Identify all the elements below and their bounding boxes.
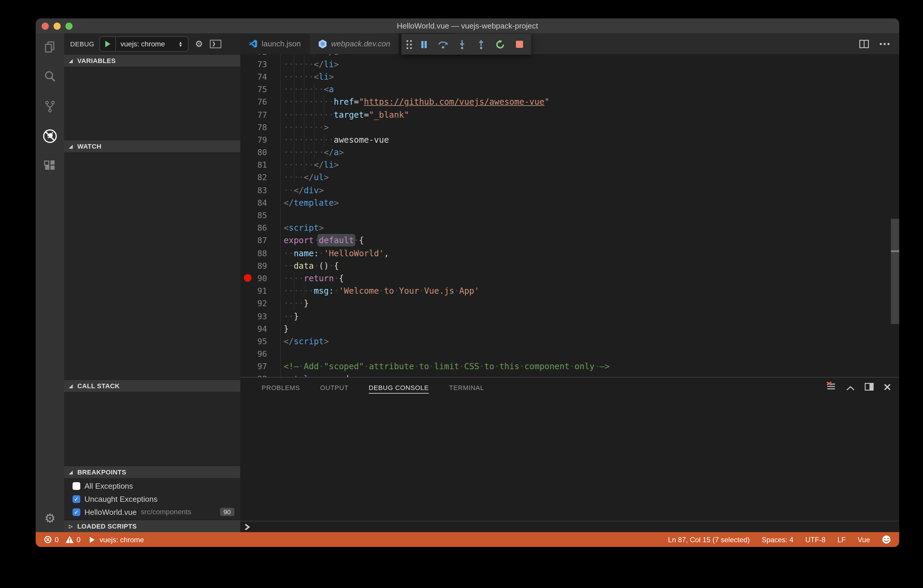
pause-icon[interactable] — [414, 34, 434, 55]
activity-bar-item-debug[interactable] — [36, 123, 64, 152]
start-debug-button[interactable] — [100, 36, 116, 51]
breakpoint-line-badge: 90 — [220, 508, 235, 516]
section-header-watch[interactable]: ◢WATCH — [64, 140, 240, 152]
encoding-status[interactable]: UTF-8 — [805, 535, 826, 544]
gutter[interactable]: 72 — [240, 54, 284, 57]
gutter[interactable]: 89 — [240, 259, 284, 272]
checkbox-checked-icon[interactable]: ✓ — [72, 495, 80, 503]
cursor-position[interactable]: Ln 87, Col 15 (7 selected) — [668, 535, 750, 544]
configure-gear-icon[interactable]: ⚙ — [193, 38, 205, 49]
source-control-icon — [43, 99, 57, 116]
gutter[interactable]: 81 — [240, 158, 284, 171]
gutter[interactable]: 95 — [240, 335, 284, 348]
activity-bar: ⚙ — [36, 33, 64, 532]
code-line: 89··data·()·{ — [240, 259, 899, 272]
code-text: ······</li> — [284, 59, 339, 69]
code-text: ······<li> — [284, 72, 334, 81]
restart-icon[interactable] — [491, 34, 510, 55]
launch-config-picker[interactable]: vuejs: chrome ▲▼ — [99, 36, 188, 51]
gutter[interactable]: 84 — [240, 197, 284, 209]
code-line: 92····} — [240, 297, 899, 310]
eol-status[interactable]: LF — [838, 535, 846, 544]
section-header-variables[interactable]: ◢VARIABLES — [64, 54, 240, 67]
split-editor-icon[interactable] — [859, 39, 869, 48]
more-actions-icon[interactable] — [880, 43, 890, 45]
gutter[interactable]: 76 — [240, 96, 284, 108]
code-editor[interactable]: 72········</a>73······</li>74······<li>7… — [240, 54, 899, 377]
settings-gear-icon[interactable]: ⚙ — [36, 508, 64, 529]
panel-tab-output[interactable]: OUTPUT — [320, 381, 348, 393]
editor-scrollbar[interactable] — [891, 219, 899, 324]
editor-tab-launch-json[interactable]: launch.json — [240, 33, 310, 54]
code-line: 80········</a> — [240, 146, 899, 158]
move-panel-icon[interactable] — [865, 382, 874, 393]
line-number: 84 — [240, 198, 267, 207]
indentation-status[interactable]: Spaces: 4 — [762, 535, 793, 544]
gutter[interactable]: 90 — [240, 272, 284, 284]
gutter[interactable]: 78 — [240, 121, 284, 133]
stop-icon[interactable] — [510, 34, 529, 55]
open-debug-console-icon[interactable]: ❯ — [210, 39, 222, 48]
editor-tab-webpack-dev-con[interactable]: webpack.dev.con — [310, 33, 399, 54]
panel-tab-debug-console[interactable]: DEBUG CONSOLE — [369, 381, 429, 393]
section-header-breakpoints[interactable]: ◢BREAKPOINTS — [64, 465, 240, 478]
problems-status[interactable]: 0 0 — [44, 535, 80, 544]
collapse-triangle-icon: ◢ — [69, 144, 74, 149]
gutter[interactable]: 93 — [240, 310, 284, 322]
breakpoint-row[interactable]: ✓Uncaught Exceptions — [64, 492, 240, 505]
panel-tab-problems[interactable]: PROBLEMS — [262, 381, 300, 393]
debug-console-input[interactable] — [240, 521, 899, 532]
line-number: 88 — [240, 248, 267, 258]
active-debug-session[interactable]: vuejs: chrome — [90, 535, 144, 544]
gutter[interactable]: 94 — [240, 322, 284, 335]
gutter[interactable]: 91 — [240, 284, 284, 297]
activity-bar-item-explorer[interactable] — [36, 33, 64, 63]
gutter[interactable]: 74 — [240, 71, 284, 83]
step-over-icon[interactable] — [434, 34, 453, 55]
gutter[interactable]: 92 — [240, 297, 284, 310]
line-number: 92 — [240, 299, 267, 308]
line-number: 85 — [240, 210, 267, 220]
section-title: WATCH — [77, 143, 102, 150]
section-header-call-stack[interactable]: ◢CALL STACK — [64, 379, 240, 392]
debug-console-output[interactable] — [240, 397, 899, 521]
gutter[interactable]: 88 — [240, 247, 284, 259]
feedback-smiley-icon[interactable] — [882, 535, 891, 544]
section-body-vars — [64, 67, 240, 140]
gutter[interactable]: 86 — [240, 222, 284, 234]
breakpoint-path: src/components — [141, 508, 191, 516]
gutter[interactable]: 73 — [240, 57, 284, 70]
code-text: </template> — [284, 198, 339, 207]
gutter[interactable]: 96 — [240, 348, 284, 360]
activity-bar-item-source-control[interactable] — [36, 93, 64, 123]
close-panel-icon[interactable] — [884, 382, 891, 393]
warning-icon — [65, 536, 74, 544]
search-icon — [43, 69, 57, 86]
gutter[interactable]: 83 — [240, 184, 284, 196]
section-header-loaded-scripts[interactable]: ▷LOADED SCRIPTS — [64, 520, 240, 532]
breakpoint-row[interactable]: All Exceptions — [64, 479, 240, 492]
line-number: 96 — [240, 349, 267, 358]
step-into-icon[interactable] — [453, 34, 471, 55]
gutter[interactable]: 79 — [240, 133, 284, 146]
gutter[interactable]: 87 — [240, 234, 284, 247]
language-mode[interactable]: Vue — [857, 535, 870, 544]
panel-tab-terminal[interactable]: TERMINAL — [449, 381, 484, 393]
gutter[interactable]: 98 — [240, 373, 284, 377]
checkbox-checked-icon[interactable]: ✓ — [72, 508, 80, 516]
gutter[interactable]: 85 — [240, 209, 284, 222]
gutter[interactable]: 82 — [240, 171, 284, 184]
gutter[interactable]: 77 — [240, 108, 284, 121]
gutter[interactable]: 80 — [240, 146, 284, 158]
breakpoint-row[interactable]: ✓HelloWorld.vuesrc/components90 — [64, 505, 240, 519]
activity-bar-item-search[interactable] — [36, 63, 64, 93]
step-out-icon[interactable] — [471, 34, 491, 55]
activity-bar-item-extensions[interactable] — [36, 152, 64, 182]
gutter[interactable]: 97 — [240, 360, 284, 373]
clear-console-icon[interactable] — [826, 382, 836, 393]
checkbox-unchecked-icon[interactable] — [72, 482, 80, 489]
maximize-panel-icon[interactable] — [846, 382, 855, 393]
vscode-file-icon — [249, 39, 258, 48]
section-body-bp: All Exceptions✓Uncaught Exceptions✓Hello… — [64, 478, 240, 520]
gutter[interactable]: 75 — [240, 83, 284, 95]
